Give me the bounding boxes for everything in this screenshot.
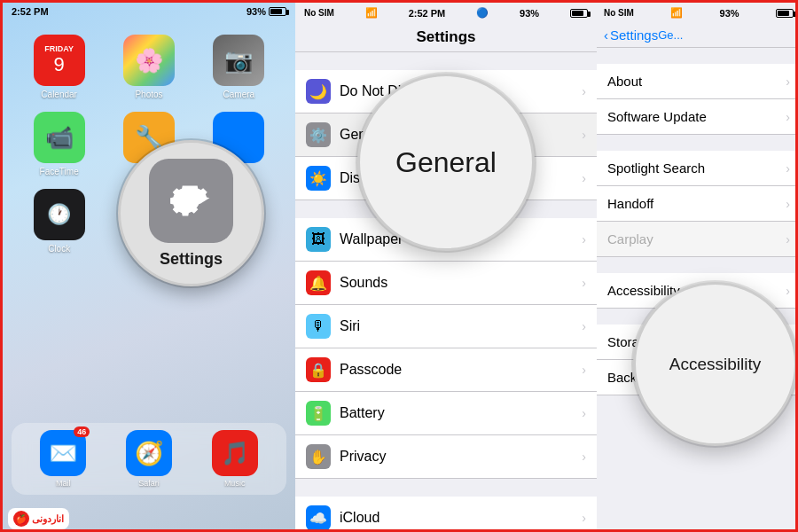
right-item-about[interactable]: About › [597,64,798,99]
right-header-right: Ge... [658,28,683,42]
do-not-disturb-icon: 🌙 [306,79,331,104]
right-section-gap-top [597,48,798,64]
app-icon-camera[interactable]: 📷 Camera [200,35,278,99]
passcode-chevron: › [582,363,586,377]
battery-label: Battery [340,405,573,421]
back-chevron-icon: ‹ [604,27,608,43]
display-icon: ☀️ [306,166,331,191]
sounds-icon: 🔔 [306,270,331,295]
right-status-bar: No SIM 📶 93% [597,3,798,23]
left-time: 2:52 PM [12,6,49,17]
dock-music[interactable]: 🎵 Music [212,430,258,488]
battery-icon [269,7,286,16]
handoff-chevron: › [786,197,790,211]
section-gap-top [295,52,597,70]
carplay-label: Carplay [607,231,786,246]
middle-wifi-icon: 📶 [365,7,378,19]
software-update-chevron: › [786,110,790,124]
right-panel: No SIM 📶 93% ‹ Settings Ge... About › So… [597,3,798,532]
clock-label: Clock [48,244,70,254]
mail-label: Mail [56,479,71,488]
middle-battery-pct: 93% [520,8,539,19]
left-status-right: 93% [246,6,286,17]
mail-badge: 46 [74,426,90,437]
passcode-label: Passcode [340,362,573,378]
app-icon-facetime[interactable]: 📹 FaceTime [20,112,98,176]
camera-label: Camera [223,90,255,99]
settings-circle-magnified: Settings [118,140,264,286]
handoff-label: Handoff [607,196,786,211]
safari-icon: 🧭 [126,430,172,476]
app-icon-clock[interactable]: 🕐 Clock [20,189,98,254]
siri-label: Siri [340,318,573,334]
settings-item-battery[interactable]: 🔋 Battery › [295,392,597,435]
general-circle-magnified: General [357,74,535,251]
battery-chevron: › [582,406,586,420]
dock-safari[interactable]: 🧭 Safari [126,430,172,488]
right-item-handoff[interactable]: Handoff › [597,186,798,222]
settings-gear-icon [149,159,233,243]
settings-item-siri[interactable]: 🎙 Siri › [295,305,597,348]
spotlight-chevron: › [786,161,790,176]
sounds-label: Sounds [340,275,573,291]
middle-time: 2:52 PM [409,8,446,19]
settings-item-privacy[interactable]: ✋ Privacy › [295,435,597,479]
calendar-label: Calendar [41,90,77,99]
wallpaper-chevron: › [582,232,586,246]
middle-bluetooth-icon: 🔵 [476,7,489,19]
left-panel: 2:52 PM 93% Friday 9 Calendar 🌸 Photos 📷… [3,3,295,532]
settings-circle-label: Settings [160,250,223,269]
calendar-icon: Friday 9 [34,35,85,86]
wallpaper-icon: 🖼 [306,227,331,252]
middle-battery-icon [570,9,588,18]
photos-icon: 🌸 [123,35,175,86]
middle-status-bar: No SIM 📶 2:52 PM 🔵 93% [295,3,597,23]
middle-no-sim: No SIM [304,8,334,18]
spotlight-label: Spotlight Search [607,160,786,176]
logo-circle-icon: 🍎 [13,511,29,527]
right-wifi: 📶 [670,7,683,19]
right-item-spotlight[interactable]: Spotlight Search › [597,151,798,186]
software-update-label: Software Update [607,109,786,124]
settings-item-passcode[interactable]: 🔒 Passcode › [295,348,597,392]
settings-item-icloud[interactable]: ☁️ iCloud › [295,497,597,532]
back-label: Settings [610,27,658,43]
dock: ✉️ 46 Mail 🧭 Safari 🎵 Music [12,423,286,495]
accessibility-circle-magnified: Accessibility [633,282,797,446]
accessibility-circle-text: Accessibility [669,355,761,374]
icloud-label: iCloud [340,510,573,526]
middle-panel: No SIM 📶 2:52 PM 🔵 93% Settings 🌙 Do Not… [295,3,597,532]
facetime-icon: 📹 [34,112,85,163]
clock-icon: 🕐 [34,189,85,240]
middle-header-title: Settings [416,28,475,45]
gear-svg [162,172,220,230]
privacy-label: Privacy [340,449,573,465]
section-gap-2 [295,479,597,497]
right-battery-icon [776,9,794,18]
siri-chevron: › [582,319,586,333]
right-section-gap-1 [597,135,798,151]
anarduny-logo: 🍎 اناردونی [8,508,69,529]
back-button[interactable]: ‹ Settings [604,27,658,43]
right-battery-pct: 93% [720,8,739,19]
about-chevron: › [786,74,790,89]
app-icon-photos[interactable]: 🌸 Photos [110,35,187,99]
right-item-carplay[interactable]: Carplay › [597,222,798,257]
right-section-gap-2 [597,257,798,273]
accessibility-chevron: › [786,284,790,298]
battery-settings-icon: 🔋 [306,401,331,426]
app-icon-calendar[interactable]: Friday 9 Calendar [20,35,98,99]
icloud-chevron: › [582,511,586,525]
sounds-chevron: › [582,276,586,290]
general-chevron: › [582,128,586,142]
icloud-icon: ☁️ [306,505,331,530]
right-item-software-update[interactable]: Software Update › [597,99,798,135]
facetime-label: FaceTime [40,167,79,176]
safari-label: Safari [138,479,160,488]
camera-icon: 📷 [213,35,264,86]
display-chevron: › [582,171,586,185]
general-icon: ⚙️ [306,122,331,147]
logo-text: اناردونی [32,513,64,525]
settings-item-sounds[interactable]: 🔔 Sounds › [295,262,597,305]
dock-mail[interactable]: ✉️ 46 Mail [40,430,86,488]
